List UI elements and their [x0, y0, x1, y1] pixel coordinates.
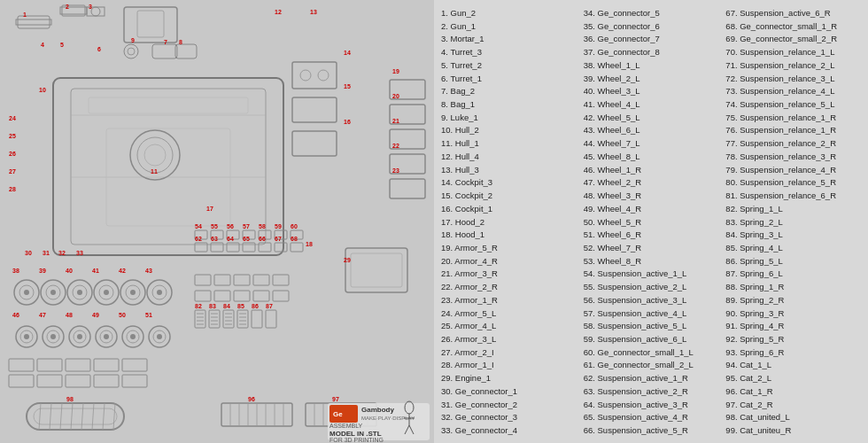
list-item: 24. Armor_5_L: [441, 307, 577, 321]
svg-text:86: 86: [252, 303, 259, 309]
list-item: 85. Spring_4_L: [725, 242, 861, 255]
list-item: 97. Cat_2_R: [725, 399, 861, 412]
list-item: 94. Cat_1_L: [725, 359, 861, 372]
list-item: 77. Suspension_relance_2_R: [725, 137, 861, 151]
list-item: 16. Cockpit_1: [441, 203, 577, 216]
list-item: 90. Spring_3_R: [725, 307, 861, 321]
list-item: 12. Hull_4: [441, 151, 577, 164]
list-item: 92. Spring_5_R: [725, 333, 861, 346]
svg-text:17: 17: [206, 206, 213, 212]
list-item: 56. Suspension_active_3_L: [584, 294, 719, 307]
svg-text:46: 46: [12, 312, 19, 318]
list-item: 69. Ge_connector_small_2_R: [725, 33, 861, 46]
list-item: 50. Wheel_5_R: [584, 216, 719, 229]
list-item: 47. Wheel_2_R: [584, 176, 719, 190]
svg-text:40: 40: [66, 268, 73, 274]
list-item: 72. Suspension_relance_3_L: [725, 73, 861, 86]
svg-text:9: 9: [131, 37, 135, 43]
list-item: 25. Armor_4_L: [441, 320, 577, 333]
list-item: 1. Gun_2: [441, 7, 577, 20]
list-item: 65. Suspension_active_4_R: [584, 411, 719, 424]
svg-text:22: 22: [392, 143, 399, 149]
svg-point-43: [130, 290, 136, 295]
svg-text:24: 24: [9, 115, 16, 121]
list-item: 29. Engine_1: [441, 372, 577, 385]
list-item: 49. Wheel_4_R: [584, 203, 719, 216]
list-item: 31. Ge_connector_2: [441, 399, 577, 412]
svg-text:39: 39: [39, 268, 46, 274]
list-item: 75. Suspension_relance_1_R: [725, 112, 861, 125]
list-item: 18. Hood_1: [441, 229, 577, 242]
svg-text:87: 87: [266, 303, 273, 309]
svg-text:50: 50: [119, 312, 126, 318]
list-item: 28. Armor_1_I: [441, 359, 577, 372]
svg-text:FOR 3D PRINTING: FOR 3D PRINTING: [329, 437, 384, 443]
list-item: 41. Wheel_4_L: [584, 98, 719, 112]
svg-text:54: 54: [195, 223, 202, 229]
svg-point-40: [104, 290, 109, 295]
svg-text:68: 68: [291, 236, 298, 242]
list-item: 19. Armor_5_R: [441, 242, 577, 255]
list-item: 89. Spring_2_R: [725, 294, 861, 307]
svg-text:16: 16: [344, 119, 351, 125]
svg-text:60: 60: [291, 223, 298, 229]
svg-text:7: 7: [164, 39, 167, 45]
svg-text:15: 15: [344, 83, 351, 89]
list-item: 27. Armor_2_I: [441, 346, 577, 360]
svg-text:49: 49: [92, 312, 99, 318]
list-item: 6. Turret_1: [441, 73, 577, 86]
svg-text:14: 14: [344, 50, 351, 56]
svg-text:29: 29: [344, 257, 351, 263]
list-item: 40. Wheel_3_L: [584, 85, 719, 98]
svg-text:97: 97: [332, 396, 339, 402]
list-item: 52. Wheel_7_R: [584, 242, 719, 255]
parts-column-1: 1. Gun_22. Gun_13. Mortar_14. Turret_35.…: [438, 7, 580, 436]
svg-text:43: 43: [145, 268, 152, 274]
list-item: 87. Spring_6_L: [725, 268, 861, 281]
svg-text:84: 84: [223, 303, 230, 309]
svg-text:32: 32: [58, 250, 66, 256]
svg-text:4: 4: [41, 42, 44, 48]
svg-text:23: 23: [392, 167, 399, 174]
svg-text:98: 98: [66, 396, 74, 402]
svg-text:57: 57: [243, 223, 250, 229]
list-item: 80. Suspension_relance_5_R: [725, 176, 861, 190]
list-item: 76. Suspension_relance_1_R: [725, 124, 861, 137]
list-item: 98. Cat_united_L: [725, 411, 861, 424]
svg-text:38: 38: [12, 268, 19, 274]
list-item: 55. Suspension_active_2_L: [584, 281, 719, 294]
list-item: 15. Cockpit_2: [441, 190, 577, 203]
svg-text:28: 28: [9, 186, 16, 192]
svg-text:ASSEMBLY: ASSEMBLY: [329, 423, 363, 429]
list-item: 7. Bag_2: [441, 85, 577, 98]
svg-text:21: 21: [392, 118, 399, 124]
list-item: 17. Hood_2: [441, 216, 577, 229]
svg-text:20: 20: [392, 93, 399, 99]
list-item: 2. Gun_1: [441, 20, 577, 34]
list-item: 54. Suspension_active_1_L: [584, 268, 719, 281]
list-item: 66. Suspension_active_5_R: [584, 424, 719, 438]
svg-text:58: 58: [259, 223, 266, 229]
parts-list-area: 1. Gun_22. Gun_13. Mortar_14. Turret_35.…: [434, 0, 868, 443]
list-item: 51. Wheel_6_R: [584, 229, 719, 242]
svg-point-31: [24, 290, 29, 295]
list-item: 84. Spring_3_L: [725, 229, 861, 242]
svg-text:83: 83: [209, 303, 216, 309]
list-item: 59. Suspension_active_6_L: [584, 333, 719, 346]
svg-text:31: 31: [43, 250, 50, 256]
svg-text:42: 42: [119, 268, 126, 274]
list-item: 63. Suspension_active_2_R: [584, 385, 719, 399]
svg-point-64: [157, 334, 162, 339]
parts-column-2: 34. Ge_connector_535. Ge_connector_636. …: [580, 7, 723, 436]
svg-text:19: 19: [392, 68, 399, 74]
list-item: 46. Wheel_1_R: [584, 164, 719, 177]
svg-text:41: 41: [92, 268, 99, 274]
list-item: 26. Armor_3_L: [441, 333, 577, 346]
list-item: 53. Wheel_8_R: [584, 255, 719, 268]
list-item: 37. Ge_connector_8: [584, 46, 719, 59]
list-item: 10. Hull_2: [441, 124, 577, 137]
list-item: 68. Ge_connector_small_1_R: [725, 20, 861, 34]
svg-text:10: 10: [39, 87, 46, 93]
list-item: 74. Suspension_relance_5_L: [725, 98, 861, 112]
svg-point-34: [50, 290, 56, 295]
